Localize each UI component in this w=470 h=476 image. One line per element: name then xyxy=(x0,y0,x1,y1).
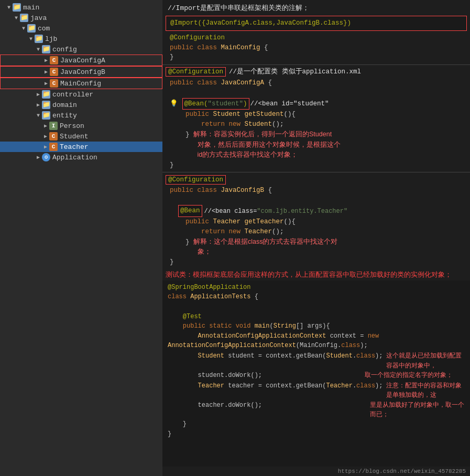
folder-icon-controller: 📁 xyxy=(42,90,50,99)
class-icon-teacher: C xyxy=(49,143,58,151)
folder-icon-main: 📁 xyxy=(13,3,21,12)
tree-item-javaconfigB[interactable]: ▶ C JavaConfigB xyxy=(0,66,162,78)
tree-item-mainconfig[interactable]: ▶ C MainConfig xyxy=(0,78,162,89)
label-teacher: Teacher xyxy=(60,143,89,151)
tree-item-config[interactable]: ▼ 📁 config xyxy=(0,44,162,55)
mainconfig-code: @Configuration public class MainConfig {… xyxy=(162,32,470,63)
javaconfigA-code: public class JavaConfigA { 💡 @Bean("stud… xyxy=(162,78,470,171)
arrow-com: ▼ xyxy=(20,26,27,31)
tree-item-person[interactable]: ▶ I Person xyxy=(0,121,162,131)
tree-item-com[interactable]: ▼ 📁 com xyxy=(0,23,162,34)
import-annotation: @Import({JavaConfigA.class,JavaConfigB.c… xyxy=(170,19,351,27)
label-java: java xyxy=(30,14,47,22)
label-application: Application xyxy=(52,154,97,161)
url-line: https://blog.csdn.net/weixin_45782285 xyxy=(162,467,470,476)
label-ljb: ljb xyxy=(45,35,57,43)
test-code-area: @SpringBootApplication class Application… xyxy=(162,280,470,467)
arrow-student: ▶ xyxy=(42,133,49,139)
folder-icon-config: 📁 xyxy=(42,45,50,53)
url-text: https://blog.csdn.net/weixin_45782285 xyxy=(338,468,466,474)
arrow-javaconfigA: ▶ xyxy=(42,57,50,63)
arrow-controller: ▶ xyxy=(35,91,42,98)
arrow-ljb: ▼ xyxy=(27,36,35,42)
label-com: com xyxy=(38,25,50,33)
tree-item-javaconfigA[interactable]: ▶ C JavaConfigA xyxy=(0,55,162,66)
arrow-application: ▶ xyxy=(35,154,42,160)
arrow-domain: ▶ xyxy=(35,102,42,108)
tree-item-teacher[interactable]: ▶ C Teacher xyxy=(0,142,162,152)
folder-icon-ljb: 📁 xyxy=(35,35,43,43)
label-controller: controller xyxy=(52,91,93,99)
tree-item-entity[interactable]: ▼ 📁 entity xyxy=(0,110,162,121)
arrow-java: ▼ xyxy=(13,15,20,21)
arrow-person: ▶ xyxy=(42,123,49,129)
interface-icon-person: I xyxy=(49,122,58,130)
arrow-config: ▼ xyxy=(35,47,42,52)
top-comment: //Import是配置中串联起框架相关类的注解； xyxy=(162,0,470,15)
javaconfigB-header: @Configuration xyxy=(166,175,467,184)
bottom-description: 测试类：模拟框架底层会应用这样的方式，从上面配置容器中取已经加载好的类的实例化对… xyxy=(162,268,470,280)
folder-icon-entity: 📁 xyxy=(42,111,50,120)
class-icon-javaconfigA: C xyxy=(50,56,58,64)
tree-item-controller[interactable]: ▶ 📁 controller xyxy=(0,89,162,100)
arrow-main: ▼ xyxy=(5,5,13,10)
folder-icon-com: 📁 xyxy=(27,24,36,33)
class-icon-javaconfigB: C xyxy=(50,68,58,76)
code-panel: //Import是配置中串联起框架相关类的注解； @Import({JavaCo… xyxy=(162,0,470,476)
arrow-javaconfigB: ▶ xyxy=(42,69,50,75)
tree-item-application[interactable]: ▶ ⚙ Application xyxy=(0,152,162,163)
folder-icon-java: 📁 xyxy=(20,14,28,22)
arrow-entity: ▼ xyxy=(35,113,42,118)
tree-item-student[interactable]: ▶ C Student xyxy=(0,131,162,142)
app-icon-application: ⚙ xyxy=(42,153,50,161)
label-config: config xyxy=(52,46,77,53)
label-student: Student xyxy=(60,133,89,140)
tree-item-ljb[interactable]: ▼ 📁 ljb xyxy=(0,34,162,44)
label-domain: domain xyxy=(52,101,77,109)
label-javaconfigA: JavaConfigA xyxy=(60,57,105,64)
folder-icon-domain: 📁 xyxy=(42,101,50,109)
label-person: Person xyxy=(60,122,84,130)
javaconfigA-header: @Configuration //是一个配置类 类似于application.x… xyxy=(166,67,467,77)
label-main: main xyxy=(23,4,39,12)
class-icon-mainconfig: C xyxy=(50,79,58,88)
file-tree: ▼ 📁 main ▼ 📁 java ▼ 📁 com ▼ 📁 ljb ▼ 📁 co… xyxy=(0,0,162,476)
label-javaconfigB: JavaConfigB xyxy=(60,68,105,76)
tree-item-domain[interactable]: ▶ 📁 domain xyxy=(0,100,162,110)
class-icon-student: C xyxy=(49,132,58,140)
arrow-mainconfig: ▶ xyxy=(42,80,50,86)
javaconfigB-code: public class JavaConfigB { @Bean //<bean… xyxy=(162,185,470,268)
label-mainconfig: MainConfig xyxy=(60,80,101,88)
label-entity: entity xyxy=(52,112,77,120)
tree-item-main[interactable]: ▼ 📁 main xyxy=(0,2,162,13)
tree-item-java[interactable]: ▼ 📁 java xyxy=(0,13,162,23)
arrow-teacher: ▶ xyxy=(42,144,49,150)
import-code-box: @Import({JavaConfigA.class,JavaConfigB.c… xyxy=(166,16,467,31)
